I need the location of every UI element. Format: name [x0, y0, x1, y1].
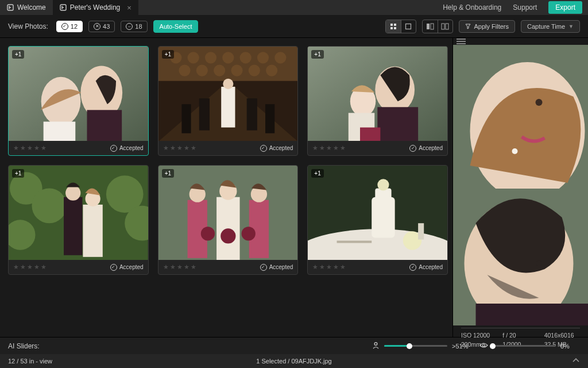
- svg-rect-84: [476, 304, 589, 325]
- slider-value: 0%: [560, 343, 580, 350]
- collapse-icon[interactable]: [572, 358, 580, 365]
- slider-track[interactable]: [384, 345, 447, 347]
- svg-point-87: [483, 344, 485, 346]
- svg-point-66: [241, 227, 255, 240]
- meta-iso: ISO 12000: [461, 332, 497, 339]
- svg-rect-8: [431, 24, 434, 29]
- tabs-right: Help & Onboarding Support Export: [443, 0, 588, 15]
- photo-card[interactable]: +1 ★★★★★ ✓Ac: [307, 46, 448, 156]
- status-chip[interactable]: ✓Accepted: [409, 145, 443, 152]
- star-rating[interactable]: ★★★★★: [312, 263, 346, 271]
- check-circle-icon: ✓: [409, 264, 416, 271]
- compare-split-icon[interactable]: [438, 20, 452, 33]
- preview-image-top[interactable]: [453, 45, 588, 189]
- filter-unrated-pill[interactable]: – 18: [121, 21, 147, 32]
- auto-select-button[interactable]: Auto-Select: [153, 20, 199, 33]
- sort-dropdown[interactable]: Capture Time ▼: [521, 20, 580, 33]
- apply-filters-dropdown[interactable]: Apply Filters: [459, 20, 516, 33]
- status-chip[interactable]: ✓Accepted: [260, 145, 293, 152]
- status-label: Accepted: [269, 264, 293, 270]
- tab-label: Peter's Wedding: [70, 3, 120, 12]
- stack-badge: +1: [162, 169, 174, 178]
- star-rating[interactable]: ★★★★★: [163, 144, 196, 152]
- support-link[interactable]: Support: [513, 3, 537, 12]
- photo-thumbnail: +1: [308, 166, 447, 260]
- photo-card[interactable]: +1 ★★★★★ ✓Accepted: [8, 165, 149, 275]
- svg-rect-19: [158, 47, 298, 81]
- photo-card[interactable]: +1 ★★★★★ ✓Accepted: [307, 165, 448, 275]
- card-footer: ★★★★★ ✓Accepted: [9, 260, 148, 274]
- photo-card[interactable]: +1: [158, 165, 299, 275]
- tab-welcome[interactable]: Welcome: [0, 0, 53, 15]
- stack-badge: +1: [12, 50, 24, 59]
- slider-track[interactable]: [493, 345, 556, 347]
- svg-rect-4: [390, 27, 393, 29]
- svg-point-71: [378, 179, 389, 190]
- photo-card[interactable]: +1 ★★★★★: [8, 46, 149, 156]
- svg-rect-38: [181, 104, 191, 133]
- photo-grid: +1 ★★★★★: [8, 46, 448, 275]
- tab-project[interactable]: Peter's Wedding ×: [53, 0, 138, 15]
- status-label: Accepted: [119, 145, 144, 151]
- app-logo-icon: [7, 4, 14, 11]
- grid-view-icon[interactable]: [386, 20, 401, 33]
- svg-rect-74: [337, 241, 372, 243]
- compare-left-icon[interactable]: [423, 20, 438, 33]
- status-label: Accepted: [269, 145, 293, 151]
- eye-slider[interactable]: 0%: [479, 342, 580, 351]
- status-chip[interactable]: ✓Accepted: [260, 264, 293, 271]
- compare-toggle: [422, 20, 453, 33]
- star-rating[interactable]: ★★★★★: [163, 263, 196, 271]
- filter-unrated-count: 18: [135, 23, 142, 30]
- stack-badge: +1: [12, 169, 24, 178]
- panel-handle-icon[interactable]: [453, 38, 588, 45]
- svg-point-81: [512, 148, 518, 154]
- svg-rect-6: [406, 24, 411, 29]
- star-rating[interactable]: ★★★★★: [13, 263, 47, 271]
- photo-thumbnail: +1: [9, 166, 148, 260]
- check-circle-icon: ✓: [260, 264, 267, 271]
- filter-accepted-pill[interactable]: ✓ 12: [56, 21, 83, 32]
- minus-circle-icon: –: [126, 23, 133, 30]
- meta-fstop: f / 20: [502, 332, 538, 339]
- svg-rect-46: [360, 128, 380, 141]
- svg-rect-34: [221, 87, 235, 128]
- photo-card[interactable]: +1 ★★★★★: [158, 46, 299, 156]
- stack-badge: +1: [311, 169, 323, 178]
- svg-rect-37: [246, 98, 257, 131]
- status-center: 1 Selected / 09AFJDJK.jpg: [256, 358, 331, 365]
- svg-point-86: [374, 342, 377, 345]
- status-chip[interactable]: ✓Accepted: [409, 264, 443, 271]
- preview-image-bottom[interactable]: [453, 189, 588, 325]
- svg-rect-55: [83, 205, 102, 257]
- card-footer: ★★★★★ ✓Accepted: [158, 260, 298, 274]
- card-footer: ★★★★★ ✓Accepted: [308, 260, 447, 274]
- slider-value: >51%: [452, 343, 471, 350]
- filter-rejected-pill[interactable]: ✕ 43: [88, 21, 115, 32]
- svg-point-31: [248, 64, 260, 76]
- svg-rect-53: [64, 197, 82, 255]
- svg-point-35: [223, 79, 233, 89]
- star-rating[interactable]: ★★★★★: [13, 144, 47, 152]
- svg-point-32: [266, 64, 277, 76]
- status-left: 12 / 53 in - view: [8, 358, 52, 365]
- star-rating[interactable]: ★★★★★: [312, 144, 346, 152]
- svg-rect-69: [372, 197, 395, 238]
- apply-filters-label: Apply Filters: [474, 23, 509, 30]
- status-chip[interactable]: ✓Accepted: [110, 145, 144, 152]
- status-chip[interactable]: ✓Accepted: [110, 264, 144, 271]
- svg-point-49: [32, 189, 67, 224]
- single-view-icon[interactable]: [401, 20, 416, 33]
- close-icon[interactable]: ×: [127, 3, 131, 12]
- svg-point-28: [196, 64, 207, 76]
- svg-rect-16: [44, 122, 76, 141]
- svg-rect-3: [394, 24, 396, 26]
- export-button[interactable]: Export: [548, 1, 582, 14]
- photo-thumbnail: +1: [158, 166, 298, 260]
- help-link[interactable]: Help & Onboarding: [443, 3, 501, 12]
- svg-point-85: [536, 260, 542, 266]
- svg-rect-7: [427, 24, 430, 29]
- card-footer: ★★★★★ ✓Accepted: [158, 141, 298, 155]
- person-slider[interactable]: >51%: [372, 342, 471, 351]
- svg-rect-9: [442, 24, 444, 29]
